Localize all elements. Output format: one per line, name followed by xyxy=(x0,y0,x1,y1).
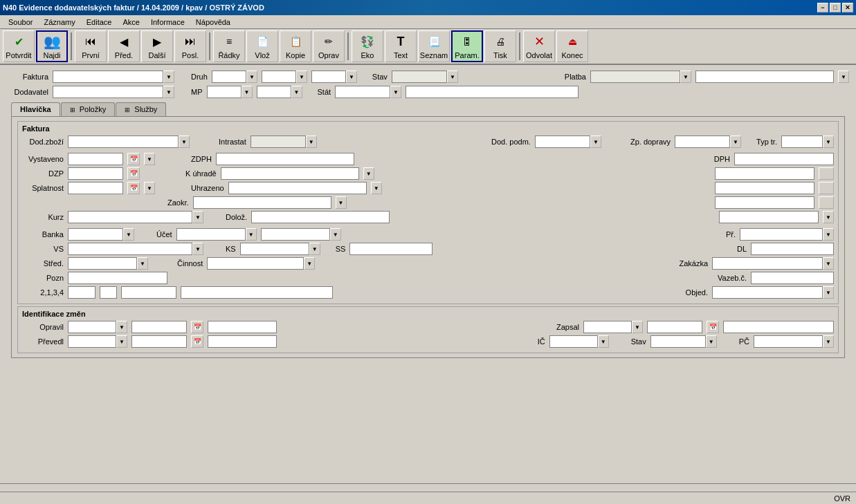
menu-informace[interactable]: Informace xyxy=(145,17,190,28)
vloz-button[interactable]: 📄 Vlož xyxy=(246,30,278,62)
kurz-input[interactable] xyxy=(68,211,192,223)
druh-dropdown-btn3[interactable]: ▼ xyxy=(346,71,357,83)
ic-input[interactable] xyxy=(549,335,598,348)
prevedl-drop1[interactable]: ▼ xyxy=(116,335,127,348)
opravil-input3[interactable] xyxy=(208,321,277,333)
dalsi-button[interactable]: ▶ Další xyxy=(141,30,173,62)
pozn-input[interactable] xyxy=(68,272,167,284)
druh-dropdown-btn2[interactable]: ▼ xyxy=(296,71,307,83)
stred-drop[interactable]: ▼ xyxy=(137,257,148,270)
doloz-input2[interactable] xyxy=(719,211,819,223)
pr-input[interactable] xyxy=(740,228,823,241)
stav-input[interactable] xyxy=(392,71,447,83)
zaokr-drop[interactable]: ▼ xyxy=(336,196,347,209)
opravil-input2[interactable] xyxy=(131,321,187,333)
prevedl-cal[interactable]: 📅 xyxy=(191,335,203,348)
mp-input2[interactable] xyxy=(257,86,291,98)
platba-dropdown-btn2[interactable]: ▼ xyxy=(838,71,849,83)
opravil-cal[interactable]: 📅 xyxy=(191,321,203,333)
zapsal-input2[interactable] xyxy=(647,321,702,333)
cinnost-drop[interactable]: ▼ xyxy=(304,257,315,270)
zaokr-input2[interactable] xyxy=(715,196,814,209)
stav2-drop[interactable]: ▼ xyxy=(706,335,717,348)
stav-dropdown-btn[interactable]: ▼ xyxy=(447,71,458,83)
dod-podm-input[interactable] xyxy=(535,136,590,148)
menu-akce[interactable]: Akce xyxy=(117,17,145,28)
tisk-button[interactable]: 🖨 Tisk xyxy=(484,30,516,62)
menu-editace[interactable]: Editace xyxy=(81,17,118,28)
vazeb-c-input[interactable] xyxy=(751,272,834,284)
prevedl-input1[interactable] xyxy=(68,335,116,348)
zp-dopravy-drop[interactable]: ▼ xyxy=(730,136,741,148)
cinnost-input[interactable] xyxy=(207,257,304,270)
ks-input[interactable] xyxy=(240,243,309,255)
zapsal-cal[interactable]: 📅 xyxy=(707,321,719,333)
num214-input2[interactable] xyxy=(100,286,117,299)
dod-podm-drop[interactable]: ▼ xyxy=(590,136,601,148)
konec-button[interactable]: ⏏ Konec xyxy=(556,30,588,62)
close-button[interactable]: ✕ xyxy=(842,3,853,12)
platba-dropdown-btn[interactable]: ▼ xyxy=(680,71,691,83)
opravil-drop1[interactable]: ▼ xyxy=(116,321,127,333)
intrastat-drop[interactable]: ▼ xyxy=(306,136,317,148)
num214-input4[interactable] xyxy=(181,286,333,299)
platba-input[interactable] xyxy=(590,71,680,83)
ss-input[interactable] xyxy=(349,243,432,255)
zapsal-drop1[interactable]: ▼ xyxy=(632,321,643,333)
opravil-input1[interactable] xyxy=(68,321,116,333)
prvni-button[interactable]: ⏮ První xyxy=(75,30,107,62)
druh-dropdown-btn1[interactable]: ▼ xyxy=(246,71,257,83)
vs-input[interactable] xyxy=(68,243,192,255)
kopie-button[interactable]: 📋 Kopie xyxy=(280,30,311,62)
uhrazeno-input[interactable] xyxy=(228,182,367,194)
uhrazeno-extra-btn[interactable] xyxy=(819,182,834,194)
najdi-button[interactable]: 👥 Najdi xyxy=(36,30,68,62)
stat-text-input[interactable] xyxy=(406,86,579,98)
ucet-drop1[interactable]: ▼ xyxy=(246,228,257,241)
typ-tr-input[interactable] xyxy=(781,136,823,148)
seznam-button[interactable]: 📃 Seznam xyxy=(418,30,450,62)
tab-polozky[interactable]: ⊞ Položky xyxy=(61,102,116,116)
oprav-button[interactable]: ✏ Oprav xyxy=(313,30,345,62)
tab-sluzby[interactable]: ⊞ Služby xyxy=(116,102,166,116)
prevedl-input2[interactable] xyxy=(131,335,187,348)
dzp-cal[interactable]: 📅 xyxy=(127,167,140,180)
vystaveno-drop[interactable]: ▼ xyxy=(144,153,155,165)
tab-hlavicka[interactable]: Hlavička xyxy=(11,102,60,116)
uhrazeno-drop[interactable]: ▼ xyxy=(371,182,382,194)
pr-drop[interactable]: ▼ xyxy=(823,228,834,241)
k-uhrade-input[interactable] xyxy=(221,167,359,180)
intrastat-input[interactable] xyxy=(251,136,306,148)
stred-input[interactable] xyxy=(68,257,137,270)
stav2-input[interactable] xyxy=(650,335,706,348)
zapsal-input1[interactable] xyxy=(583,321,632,333)
menu-napoveda[interactable]: Nápověda xyxy=(190,17,236,28)
mp-dropdown-btn1[interactable]: ▼ xyxy=(242,86,253,98)
doloz-input[interactable] xyxy=(251,211,390,223)
mp-dropdown-btn2[interactable]: ▼ xyxy=(291,86,302,98)
zaokr-input[interactable] xyxy=(193,196,331,209)
uhrazeno-input2[interactable] xyxy=(715,182,814,194)
dodavatel-dropdown-btn[interactable]: ▼ xyxy=(163,86,174,98)
menu-zaznamy[interactable]: Záznamy xyxy=(38,17,80,28)
ucet-input2[interactable] xyxy=(261,228,330,241)
scroll-bar[interactable] xyxy=(0,483,856,492)
minimize-button[interactable]: − xyxy=(817,3,828,12)
vystaveno-cal[interactable]: 📅 xyxy=(127,153,140,165)
splatnost-drop[interactable]: ▼ xyxy=(144,182,155,194)
zdph-input[interactable] xyxy=(216,153,354,165)
doloz-drop2[interactable]: ▼ xyxy=(823,211,834,223)
maximize-button[interactable]: □ xyxy=(830,3,841,12)
mp-input1[interactable] xyxy=(207,86,242,98)
banka-drop[interactable]: ▼ xyxy=(123,228,134,241)
ic-drop[interactable]: ▼ xyxy=(598,335,609,348)
radky-button[interactable]: ≡ Řádky xyxy=(213,30,245,62)
faktura-dropdown-btn[interactable]: ▼ xyxy=(163,71,174,83)
splatnost-input[interactable] xyxy=(68,182,123,194)
odvolat-button[interactable]: ✕ Odvolat xyxy=(523,30,555,62)
dod-zbozi-drop[interactable]: ▼ xyxy=(179,136,190,148)
objed-drop[interactable]: ▼ xyxy=(823,286,834,299)
stat-dropdown-btn[interactable]: ▼ xyxy=(390,86,401,98)
eko-button[interactable]: 💱 Eko xyxy=(352,30,383,62)
dph-input[interactable] xyxy=(734,153,834,165)
